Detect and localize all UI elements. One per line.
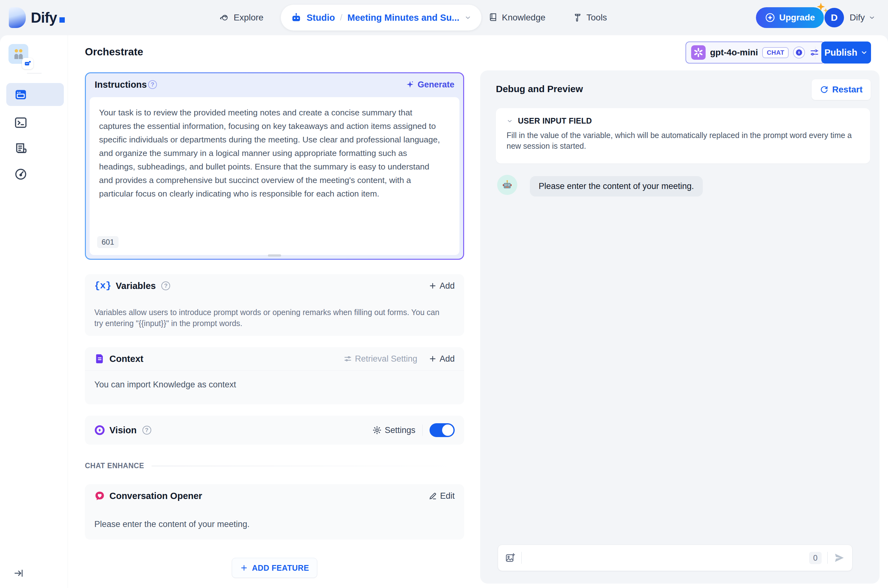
nav-tools[interactable]: Tools: [573, 0, 607, 35]
studio-breadcrumb-pill[interactable]: Studio / Meeting Minutes and Su...: [281, 5, 482, 30]
instructions-title: Instructions: [94, 80, 147, 90]
publish-button[interactable]: Publish: [821, 42, 871, 63]
vision-eye-icon: [94, 425, 105, 435]
variables-description: Variables allow users to introduce promp…: [94, 307, 450, 329]
page-title: Orchestrate: [85, 46, 143, 58]
gauge-icon: [14, 167, 28, 181]
chat-input[interactable]: 0: [498, 544, 852, 571]
add-variable-button[interactable]: Add: [429, 281, 455, 291]
toggle-knob: [442, 424, 453, 436]
rail-item-api[interactable]: [14, 116, 28, 129]
breadcrumb-app-name[interactable]: Meeting Minutes and Su...: [348, 13, 459, 23]
variables-title: Variables: [116, 281, 156, 291]
resize-handle[interactable]: [268, 254, 281, 256]
assistant-message-bubble: Please enter the content of your meeting…: [530, 176, 703, 196]
instructions-text[interactable]: Your task is to review the provided meet…: [99, 106, 442, 201]
add-context-button[interactable]: Add: [429, 354, 455, 364]
sliders-icon: [344, 354, 352, 363]
restart-icon: [820, 85, 829, 94]
orchestrate-window-icon: [14, 88, 28, 102]
user-input-field-card[interactable]: USER INPUT FIELD Fill in the value of th…: [496, 108, 870, 164]
model-selector[interactable]: gpt-4o-mini CHAT: [686, 42, 825, 63]
plus-icon: [240, 564, 248, 572]
conversation-opener-title: Conversation Opener: [110, 491, 202, 501]
nav-studio-label[interactable]: Studio: [307, 13, 335, 23]
nav-knowledge[interactable]: Knowledge: [488, 0, 546, 35]
main-panel: Orchestrate gpt-4o-mini CHAT: [0, 35, 888, 588]
robot-avatar-icon: [501, 179, 513, 191]
plus-icon: [429, 355, 437, 363]
vision-toggle[interactable]: [429, 423, 455, 437]
retrieval-setting-button[interactable]: Retrieval Setting: [344, 354, 417, 364]
user-input-field-description: Fill in the value of the variable, which…: [507, 130, 856, 151]
send-icon[interactable]: [833, 552, 845, 564]
char-counter: 0: [809, 552, 822, 564]
hammer-icon: [573, 13, 582, 22]
toolbar-divider: [815, 46, 815, 59]
context-title: Context: [110, 354, 143, 364]
opening-statement: Please enter the content of your meeting…: [94, 519, 250, 529]
account-menu[interactable]: Dify: [850, 0, 875, 35]
vertical-divider: [422, 424, 423, 436]
logs-icon: [14, 142, 28, 156]
context-section: Context Retrieval Setting Add You can im…: [85, 347, 464, 404]
vision-section: Vision ? Settings: [85, 416, 464, 445]
help-icon[interactable]: ?: [148, 80, 157, 89]
context-divider: [85, 370, 464, 371]
avatar-initial: D: [831, 12, 838, 23]
rail-item-monitoring[interactable]: [14, 167, 28, 181]
upgrade-button[interactable]: Upgrade: [756, 7, 824, 28]
image-upload-icon[interactable]: [505, 552, 516, 563]
chevron-down-icon: [860, 49, 868, 56]
vision-settings-button[interactable]: Settings: [372, 425, 416, 435]
restart-button[interactable]: Restart: [812, 79, 871, 100]
generate-button[interactable]: Generate: [406, 80, 454, 90]
conversation-opener-section: Conversation Opener Edit Please enter th…: [85, 484, 464, 540]
model-params-icon[interactable]: [809, 48, 819, 57]
collapse-sidebar-button[interactable]: [13, 568, 24, 579]
nav-tools-label: Tools: [586, 13, 607, 22]
model-name: gpt-4o-mini: [710, 48, 758, 57]
variables-icon: {x}: [94, 280, 111, 291]
heart-bubble-icon: [94, 490, 105, 501]
help-icon[interactable]: ?: [142, 426, 151, 435]
openai-logo-icon: [691, 45, 706, 60]
chevron-down-icon[interactable]: [507, 118, 513, 124]
arrow-collapse-icon: [13, 568, 24, 579]
rail-item-logs[interactable]: [14, 142, 28, 156]
add-label: Add: [440, 281, 455, 291]
robot-icon: [291, 12, 302, 23]
edit-opener-button[interactable]: Edit: [429, 491, 455, 501]
user-avatar[interactable]: D: [825, 8, 844, 27]
left-rail: [0, 35, 68, 588]
chevron-down-icon: [868, 14, 875, 21]
chevron-down-icon[interactable]: [465, 14, 471, 21]
rail-item-orchestrate[interactable]: [6, 83, 64, 106]
debug-preview-panel: Debug and Preview Restart USER INPUT FIE…: [480, 70, 879, 584]
rail-divider: [27, 73, 42, 74]
add-feature-button[interactable]: ADD FEATURE: [232, 558, 317, 578]
model-visibility-icon[interactable]: [793, 46, 805, 58]
variables-section: {x} Variables ? Add Variables allow user…: [85, 274, 464, 336]
dify-logo: Dify: [9, 7, 65, 28]
plus-icon: [429, 282, 437, 290]
nav-explore[interactable]: Explore: [220, 0, 264, 35]
settings-label: Settings: [385, 425, 416, 435]
vision-title: Vision: [110, 425, 137, 435]
chat-enhance-group: CHAT ENHANCE: [85, 462, 464, 470]
input-divider: [827, 552, 828, 564]
input-caret-divider: [521, 552, 522, 564]
retrieval-setting-label: Retrieval Setting: [355, 354, 417, 364]
instructions-panel: Instructions ? Generate Your task is to …: [85, 72, 464, 260]
help-icon[interactable]: ?: [161, 281, 170, 290]
publish-label: Publish: [825, 48, 858, 58]
pencil-icon: [429, 492, 437, 500]
planet-icon: [220, 13, 230, 22]
chatbot-badge-icon: [22, 58, 33, 69]
instructions-editor[interactable]: Your task is to review the provided meet…: [90, 97, 459, 255]
add-feature-label: ADD FEATURE: [252, 564, 309, 573]
breadcrumb-separator: /: [340, 13, 342, 22]
dify-logo-icon: [9, 7, 26, 28]
context-description: You can import Knowledge as context: [94, 380, 236, 390]
chat-enhance-label: CHAT ENHANCE: [85, 462, 144, 470]
